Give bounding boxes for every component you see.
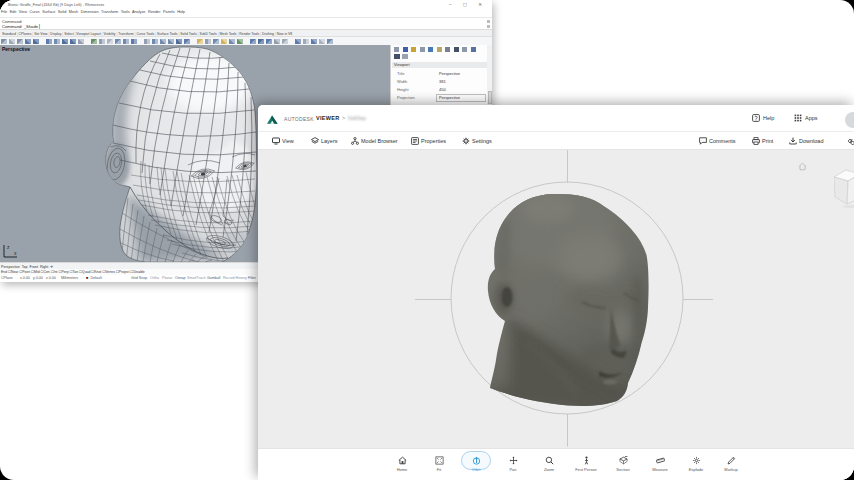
svg-text:z: z <box>7 244 10 250</box>
svg-text:x: x <box>14 250 17 256</box>
